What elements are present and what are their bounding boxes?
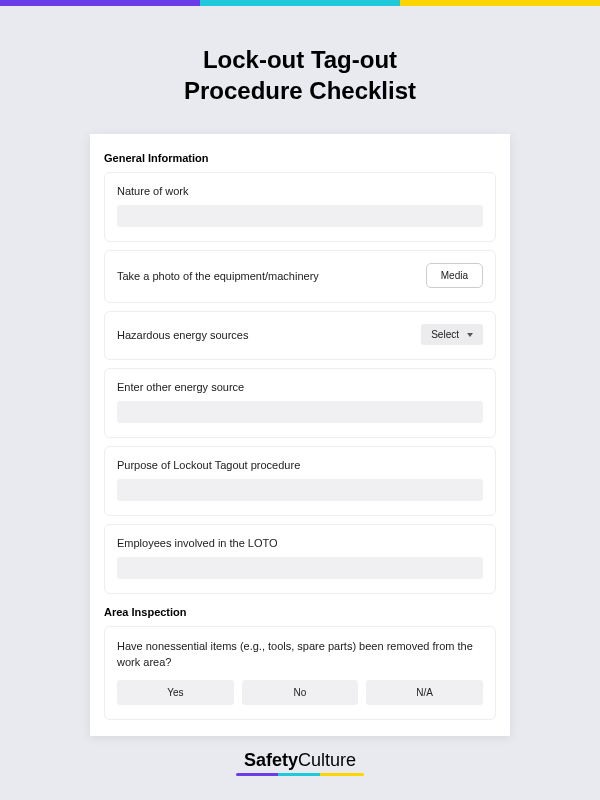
brand-strong: Safety (244, 750, 298, 770)
field-hazardous: Hazardous energy sources Select (104, 311, 496, 360)
accent-bar (0, 0, 600, 6)
select-button[interactable]: Select (421, 324, 483, 345)
employees-label: Employees involved in the LOTO (117, 537, 483, 549)
employees-input[interactable] (117, 557, 483, 579)
purpose-input[interactable] (117, 479, 483, 501)
other-source-input[interactable] (117, 401, 483, 423)
media-button[interactable]: Media (426, 263, 483, 288)
inspection-question: Have nonessential items (e.g., tools, sp… (117, 639, 483, 670)
accent-purple (0, 0, 200, 6)
nature-input[interactable] (117, 205, 483, 227)
field-other-source: Enter other energy source (104, 368, 496, 438)
chevron-down-icon (467, 333, 473, 337)
field-photo: Take a photo of the equipment/machinery … (104, 250, 496, 303)
page-title: Lock-out Tag-out Procedure Checklist (0, 44, 600, 106)
title-line-1: Lock-out Tag-out (203, 46, 397, 73)
footer-logo: SafetyCulture (0, 750, 600, 776)
photo-label: Take a photo of the equipment/machinery (117, 270, 319, 282)
brand-light: Culture (298, 750, 356, 770)
hazardous-label: Hazardous energy sources (117, 329, 248, 341)
checklist-card: General Information Nature of work Take … (90, 134, 510, 736)
purpose-label: Purpose of Lockout Tagout procedure (117, 459, 483, 471)
field-nature-of-work: Nature of work (104, 172, 496, 242)
accent-yellow (400, 0, 600, 6)
brand-underline (236, 773, 364, 776)
option-no[interactable]: No (242, 680, 359, 705)
option-na[interactable]: N/A (366, 680, 483, 705)
field-inspection-question: Have nonessential items (e.g., tools, sp… (104, 626, 496, 720)
accent-cyan (200, 0, 400, 6)
other-source-label: Enter other energy source (117, 381, 483, 393)
section-inspection-header: Area Inspection (104, 606, 496, 618)
field-employees: Employees involved in the LOTO (104, 524, 496, 594)
select-label: Select (431, 329, 459, 340)
nature-label: Nature of work (117, 185, 483, 197)
option-row: Yes No N/A (117, 680, 483, 705)
field-purpose: Purpose of Lockout Tagout procedure (104, 446, 496, 516)
title-line-2: Procedure Checklist (184, 77, 416, 104)
section-general-header: General Information (104, 152, 496, 164)
option-yes[interactable]: Yes (117, 680, 234, 705)
